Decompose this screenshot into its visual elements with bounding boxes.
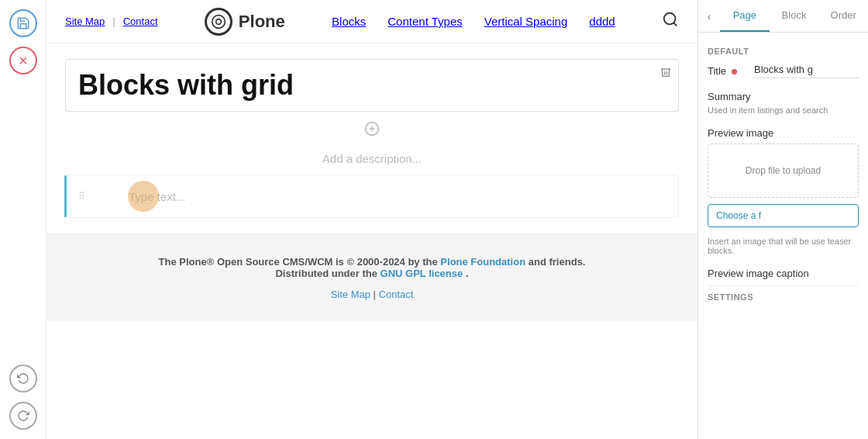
title-block[interactable]: Blocks with grid bbox=[65, 59, 679, 112]
site-map-link[interactable]: Site Map bbox=[65, 16, 105, 27]
text-placeholder[interactable]: Type text... bbox=[95, 190, 185, 203]
description-placeholder[interactable]: Add a description... bbox=[65, 146, 679, 175]
add-block-button[interactable] bbox=[65, 118, 679, 140]
panel-tabs: ‹ Page Block Order bbox=[698, 0, 868, 33]
summary-helper: Used in item listings and search bbox=[708, 105, 859, 115]
close-button[interactable] bbox=[9, 47, 37, 74]
preview-caption-section: Preview image caption bbox=[708, 268, 859, 279]
tab-block[interactable]: Block bbox=[770, 0, 819, 32]
contact-link[interactable]: Contact bbox=[123, 16, 158, 27]
nav-separator: | bbox=[112, 16, 115, 27]
svg-point-4 bbox=[664, 13, 676, 25]
section-default-label: DEFAULT bbox=[708, 42, 859, 64]
insert-helper: Insert an image that will be use teaser … bbox=[708, 237, 859, 255]
svg-point-2 bbox=[212, 15, 226, 28]
panel-back-arrow[interactable]: ‹ bbox=[698, 0, 720, 32]
tab-page[interactable]: Page bbox=[720, 0, 770, 32]
tab-order[interactable]: Order bbox=[818, 0, 868, 32]
footer-line1: The Plone® Open Source CMS/WCM is © 2000… bbox=[65, 256, 679, 268]
undo-button[interactable] bbox=[9, 402, 37, 430]
choose-file-button[interactable]: Choose a f bbox=[708, 204, 859, 227]
title-value[interactable]: Blocks with g bbox=[754, 64, 859, 78]
delete-block-button[interactable] bbox=[660, 66, 672, 81]
settings-label: SETTINGS bbox=[708, 285, 859, 305]
page-footer: The Plone® Open Source CMS/WCM is © 2000… bbox=[46, 233, 698, 322]
panel-content: DEFAULT Title Blocks with g Summary Used… bbox=[698, 33, 868, 439]
summary-label: Summary bbox=[708, 91, 859, 102]
logo: Plone bbox=[205, 8, 285, 36]
drop-zone-text: Drop file to upload bbox=[746, 165, 821, 176]
gpl-link[interactable]: GNU GPL license bbox=[381, 268, 463, 279]
required-dot bbox=[732, 69, 737, 74]
top-nav-links: Site Map | Contact bbox=[65, 16, 158, 27]
title-field-row: Title Blocks with g bbox=[708, 64, 859, 78]
preview-caption-label: Preview image caption bbox=[708, 268, 859, 279]
nav-blocks[interactable]: Blocks bbox=[332, 15, 366, 28]
redo-button[interactable] bbox=[9, 365, 37, 392]
plone-foundation-link[interactable]: Plone Foundation bbox=[440, 256, 525, 268]
svg-line-5 bbox=[673, 22, 677, 26]
left-toolbar bbox=[0, 0, 46, 439]
title-label: Title bbox=[708, 64, 748, 77]
preview-image-section: Preview image Drop file to upload Choose… bbox=[708, 127, 859, 227]
nav-vertical-spacing[interactable]: Vertical Spacing bbox=[484, 15, 568, 28]
footer-site-map[interactable]: Site Map bbox=[331, 289, 370, 300]
footer-links: Site Map | Contact bbox=[65, 289, 679, 300]
main-area: Site Map | Contact Plone Blocks Content … bbox=[46, 0, 698, 439]
drop-zone[interactable]: Drop file to upload bbox=[708, 143, 859, 198]
right-panel: ‹ Page Block Order DEFAULT Title Blocks … bbox=[698, 0, 868, 439]
nav-dddd[interactable]: dddd bbox=[589, 15, 615, 28]
summary-field: Summary Used in item listings and search bbox=[708, 91, 859, 115]
block-accent bbox=[64, 175, 67, 217]
footer-line2: Distributed under the GNU GPL license . bbox=[65, 268, 679, 279]
preview-image-label: Preview image bbox=[708, 127, 859, 139]
svg-point-3 bbox=[216, 19, 222, 24]
page-title[interactable]: Blocks with grid bbox=[78, 69, 666, 102]
search-button[interactable] bbox=[662, 11, 679, 32]
footer-contact[interactable]: Contact bbox=[379, 289, 414, 300]
text-block[interactable]: ⠿ Type text... bbox=[65, 175, 679, 218]
logo-text: Plone bbox=[239, 12, 285, 32]
save-button[interactable] bbox=[9, 9, 37, 37]
logo-icon bbox=[205, 8, 232, 36]
main-nav: Blocks Content Types Vertical Spacing dd… bbox=[332, 15, 615, 28]
content-area: Blocks with grid Add a description... bbox=[46, 43, 698, 439]
nav-content-types[interactable]: Content Types bbox=[388, 15, 462, 28]
drag-handle[interactable]: ⠿ bbox=[78, 191, 85, 202]
top-nav: Site Map | Contact Plone Blocks Content … bbox=[46, 0, 698, 43]
